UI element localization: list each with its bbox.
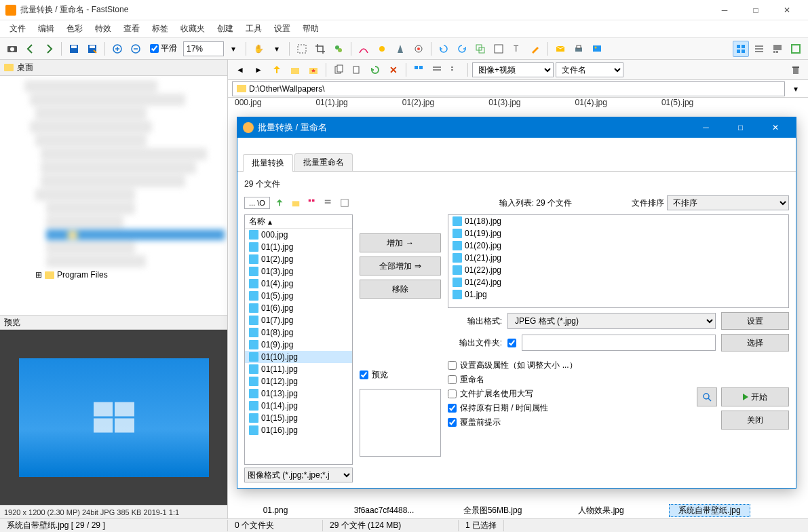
output-format-select[interactable]: JPEG 格式 (*.jpg) [507,313,716,329]
list-item[interactable]: 01(9).jpg [245,339,352,351]
menu-color[interactable]: 色彩 [61,21,88,37]
rotate-right-icon[interactable] [454,41,470,57]
redeye-icon[interactable] [410,41,427,57]
menu-tags[interactable]: 标签 [147,21,174,37]
zoom-out-icon[interactable] [128,41,144,57]
type-filter-select[interactable]: 图像+视频 [472,62,554,77]
format-filter-select[interactable]: 图像格式 (*.jpg;*.jpe;*.j [244,468,353,482]
dialog-maximize-button[interactable]: □ [725,118,756,137]
list-item[interactable]: 01(20).jpg [448,240,788,252]
format-settings-button[interactable]: 设置 [721,312,789,330]
brightness-icon[interactable] [374,41,390,57]
rename-checkbox[interactable]: 重命名 [448,373,633,387]
thumb-label[interactable]: 全景图56MB.jpg [452,505,533,516]
tab-batch-rename[interactable]: 批量重命名 [294,153,353,171]
breadcrumb[interactable]: ... \O [244,197,270,209]
draw-icon[interactable] [527,41,543,57]
path-input[interactable]: D:\Other\Wallpapers\ [232,81,785,96]
save-icon[interactable] [66,41,82,57]
save-as-icon[interactable] [84,41,100,57]
clone-icon[interactable] [330,41,347,57]
nav-up-icon[interactable] [269,62,285,78]
back-icon[interactable] [22,41,39,57]
list-header-name[interactable]: 名称 ▴ [245,215,352,229]
menu-tools[interactable]: 工具 [240,21,267,37]
list-item[interactable]: 01(19).jpg [448,227,788,240]
menu-help[interactable]: 帮助 [297,21,324,37]
list-item[interactable]: 01(4).jpg [245,278,352,290]
start-button[interactable]: 开始 [721,387,789,406]
list-item[interactable]: 01(5).jpg [245,290,352,302]
list-item[interactable]: 01(21).jpg [448,252,788,264]
nav-back-icon[interactable]: ◄ [232,62,248,78]
view-thumbs-icon[interactable] [305,196,319,210]
source-file-list[interactable]: 名称 ▴ 000.jpg01(1).jpg01(2).jpg01(3).jpg0… [244,214,353,465]
thumb-label[interactable]: 3f6aac7cf4488... [343,506,425,515]
uppercase-checkbox[interactable]: 文件扩展名使用大写 [448,387,633,401]
camera-icon[interactable] [4,41,20,57]
view-thumbnails-icon[interactable] [733,41,749,57]
list-item[interactable]: 01(15).jpg [245,412,352,424]
browse-button[interactable]: 选择 [721,334,789,352]
thumb-label[interactable]: 01.png [235,506,316,515]
menu-favorites[interactable]: 收藏夹 [175,21,210,37]
minimize-button[interactable]: ─ [709,0,740,20]
hand-dropdown-icon[interactable]: ▾ [269,41,285,57]
view3-icon[interactable] [447,62,463,78]
list-item[interactable]: 01(2).jpg [245,253,352,265]
select-icon[interactable] [294,41,310,57]
tree-item-program-files[interactable]: ⊞Program Files [3,269,225,281]
nav-fwd-icon[interactable]: ► [250,62,267,78]
path-dropdown-icon[interactable]: ▾ [788,81,804,97]
zoom-dropdown-icon[interactable]: ▾ [225,41,242,57]
email-icon[interactable] [552,41,569,57]
list-item[interactable]: 000.jpg [245,229,352,241]
keep-date-checkbox[interactable]: 保持原有日期 / 时间属性 [448,401,633,415]
forward-icon[interactable] [41,41,57,57]
menu-edit[interactable]: 编辑 [33,21,60,37]
home-folder-icon[interactable] [289,196,303,210]
add-button[interactable]: 增加 → [360,233,441,252]
view-list2-icon[interactable] [322,196,335,210]
trash-icon[interactable] [788,62,804,78]
refresh-icon[interactable] [367,62,383,78]
output-folder-input[interactable] [522,335,716,351]
fullscreen-icon[interactable] [788,41,804,57]
move-icon[interactable] [349,62,365,78]
favorites-icon[interactable] [305,62,322,78]
output-folder-checkbox[interactable] [507,339,516,347]
list-item[interactable]: 01(24).jpg [448,276,788,288]
up-folder-icon[interactable] [273,196,286,210]
view-filmstrip-icon[interactable] [769,41,786,57]
view-list-icon[interactable] [751,41,767,57]
list-item[interactable]: 01(3).jpg [245,265,352,278]
overwrite-checkbox[interactable]: 覆盖前提示 [448,415,633,430]
folder-tree[interactable]: ⊞Program Files [0,76,227,315]
view1-icon[interactable] [410,62,427,78]
list-item[interactable]: 01(6).jpg [245,302,352,314]
sort-order-select[interactable]: 不排序 [667,195,789,210]
list-item[interactable]: 01(12).jpg [245,375,352,387]
list-item[interactable]: 01.jpg [448,288,788,301]
advanced-checkbox[interactable]: 设置高级属性（如 调整大小 ...） [448,358,633,373]
dialog-minimize-button[interactable]: ─ [691,118,721,137]
thumb-label-selected[interactable]: 系统自带壁纸.jpg [669,504,750,517]
zoom-input[interactable] [183,41,224,56]
menu-effects[interactable]: 特效 [90,21,117,37]
input-file-list[interactable]: 01(18).jpg01(19).jpg01(20).jpg01(21).jpg… [448,214,789,308]
smooth-checkbox[interactable]: 平滑 [150,43,177,54]
list-item[interactable]: 01(18).jpg [448,215,788,227]
text-icon[interactable]: T [509,41,525,57]
add-all-button[interactable]: 全部增加 ⇒ [360,256,441,276]
nav-home-icon[interactable] [287,62,303,78]
menu-file[interactable]: 文件 [4,21,31,37]
preview-output-button[interactable] [697,387,717,406]
view2-icon[interactable] [429,62,445,78]
list-item[interactable]: 01(14).jpg [245,400,352,412]
resize-icon[interactable] [472,41,488,57]
sort-select[interactable]: 文件名 [556,62,623,77]
preview-panel[interactable] [0,330,227,505]
copy-icon[interactable] [330,62,347,78]
preview-checkbox[interactable]: 预览 [360,368,441,382]
list-item[interactable]: 01(10).jpg [245,351,352,363]
